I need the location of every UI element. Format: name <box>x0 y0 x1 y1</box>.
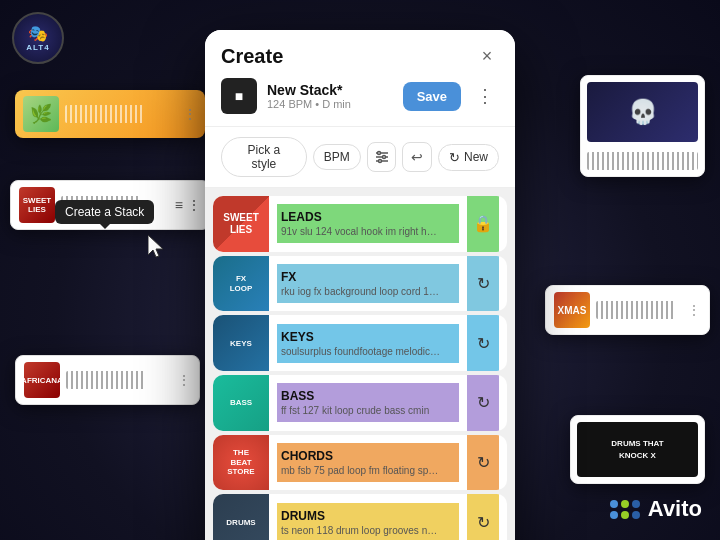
track-desc-bass: ff fst 127 kit loop crude bass cmin <box>281 405 441 416</box>
avito-dot-3 <box>632 500 640 508</box>
card-thumb-sweet: SWEETLIES <box>19 187 55 223</box>
card-dots-right2[interactable]: ⋮ <box>687 302 701 318</box>
card-dots-3[interactable]: ⋮ <box>177 372 191 388</box>
track-thumb-keys: KEYS <box>213 315 269 371</box>
pick-style-button[interactable]: Pick a style <box>221 137 307 177</box>
track-desc-fx: rku iog fx background loop cord 16... <box>281 286 441 297</box>
stack-name: New Stack* <box>267 82 393 98</box>
close-button[interactable]: × <box>475 44 499 68</box>
track-category-drums: DRUMS <box>281 509 455 523</box>
track-thumb-drums: DRUMS <box>213 494 269 540</box>
track-action-leads[interactable]: 🔒 <box>467 196 499 252</box>
more-button[interactable]: ⋮ <box>471 82 499 110</box>
track-category-leads: LEADS <box>281 210 455 224</box>
avito-label: Avito <box>648 496 702 522</box>
track-content-chords: CHORDS mb fsb 75 pad loop fm floating sp… <box>277 443 459 482</box>
track-row-drums[interactable]: DRUMS DRUMS ts neon 118 drum loop groove… <box>213 494 507 540</box>
track-action-bass[interactable]: ↻ <box>467 375 499 431</box>
toolbar: Pick a style BPM ↩ ↻ New <box>205 127 515 188</box>
stack-icon: ■ <box>221 78 257 114</box>
avito-badge: Avito <box>610 496 702 522</box>
bpm-button[interactable]: BPM <box>313 144 361 170</box>
track-content-drums: DRUMS ts neon 118 drum loop grooves nyc.… <box>277 503 459 540</box>
track-category-fx: FX <box>281 270 455 284</box>
track-content-keys: KEYS soulsurplus foundfootage melodic l.… <box>277 324 459 363</box>
track-row-leads[interactable]: SWEETLIES LEADS 91v slu 124 vocal hook i… <box>213 196 507 252</box>
avito-dot-5 <box>621 511 629 519</box>
track-row-bass[interactable]: BASS BASS ff fst 127 kit loop crude bass… <box>213 375 507 431</box>
stack-bpm: 124 BPM • D min <box>267 98 393 110</box>
float-card-africana: AFRICANA ⋮ <box>15 355 200 405</box>
svg-point-5 <box>378 160 381 163</box>
track-thumb-leads: SWEETLIES <box>213 196 269 252</box>
float-card-drums-that-knock: DRUMS THATKNOCK X <box>570 415 705 484</box>
logo-badge: 🎭 ALT4 <box>12 12 64 64</box>
track-thumb-bass: BASS <box>213 375 269 431</box>
avito-dot-4 <box>610 511 618 519</box>
track-action-keys[interactable]: ↻ <box>467 315 499 371</box>
new-label: New <box>464 150 488 164</box>
logo-text: ALT4 <box>26 43 49 52</box>
track-row-keys[interactable]: KEYS KEYS soulsurplus foundfootage melod… <box>213 315 507 371</box>
track-row-fx[interactable]: FXLOOP FX rku iog fx background loop cor… <box>213 256 507 312</box>
cursor <box>148 235 168 259</box>
track-category-bass: BASS <box>281 389 455 403</box>
card-dots-2[interactable]: ⋮ <box>187 197 201 213</box>
new-button[interactable]: ↻ New <box>438 144 499 171</box>
track-content-leads: LEADS 91v slu 124 vocal hook im right he… <box>277 204 459 243</box>
filter-button[interactable] <box>367 142 397 172</box>
card-thumb-africana: AFRICANA <box>24 362 60 398</box>
track-thumb-chords: THEBEATSTORE <box>213 435 269 491</box>
track-content-bass: BASS ff fst 127 kit loop crude bass cmin <box>277 383 459 422</box>
track-desc-leads: 91v slu 124 vocal hook im right her... <box>281 226 441 237</box>
modal-title: Create <box>221 45 283 68</box>
stack-info-row: ■ New Stack* 124 BPM • D min Save ⋮ <box>221 78 499 114</box>
tooltip-text: Create a Stack <box>65 205 144 219</box>
track-action-fx[interactable]: ↻ <box>467 256 499 312</box>
track-action-drums[interactable]: ↻ <box>467 494 499 540</box>
avito-dot-1 <box>610 500 618 508</box>
stack-icon-btn[interactable]: ≡ <box>175 197 183 213</box>
track-category-keys: KEYS <box>281 330 455 344</box>
create-modal: Create × ■ New Stack* 124 BPM • D min Sa… <box>205 30 515 540</box>
svg-point-3 <box>377 152 380 155</box>
track-category-chords: CHORDS <box>281 449 455 463</box>
track-thumb-fx: FXLOOP <box>213 256 269 312</box>
card-thumb-1: 🌿 <box>23 96 59 132</box>
svg-point-4 <box>382 156 385 159</box>
track-action-chords[interactable]: ↻ <box>467 435 499 491</box>
modal-title-row: Create × <box>221 44 499 68</box>
avito-dots <box>610 500 640 519</box>
track-content-fx: FX rku iog fx background loop cord 16... <box>277 264 459 303</box>
stack-meta: New Stack* 124 BPM • D min <box>267 82 393 110</box>
avito-dot-6 <box>632 511 640 519</box>
tooltip: Create a Stack <box>55 200 154 224</box>
float-card-right-2: XMAS ⋮ <box>545 285 710 335</box>
float-card-left-1: 🌿 ⋮ <box>15 90 205 138</box>
float-card-right-1: 💀 <box>580 75 705 177</box>
track-desc-keys: soulsurplus foundfootage melodic l... <box>281 346 441 357</box>
tracks-list: SWEETLIES LEADS 91v slu 124 vocal hook i… <box>205 188 515 540</box>
card-dots-1[interactable]: ⋮ <box>183 106 197 122</box>
track-desc-chords: mb fsb 75 pad loop fm floating spa... <box>281 465 441 476</box>
undo-button[interactable]: ↩ <box>402 142 432 172</box>
track-row-chords[interactable]: THEBEATSTORE CHORDS mb fsb 75 pad loop f… <box>213 435 507 491</box>
save-button[interactable]: Save <box>403 82 461 111</box>
card-thumb-right2: XMAS <box>554 292 590 328</box>
track-desc-drums: ts neon 118 drum loop grooves nyc... <box>281 525 441 536</box>
modal-header: Create × ■ New Stack* 124 BPM • D min Sa… <box>205 30 515 127</box>
avito-dot-2 <box>621 500 629 508</box>
